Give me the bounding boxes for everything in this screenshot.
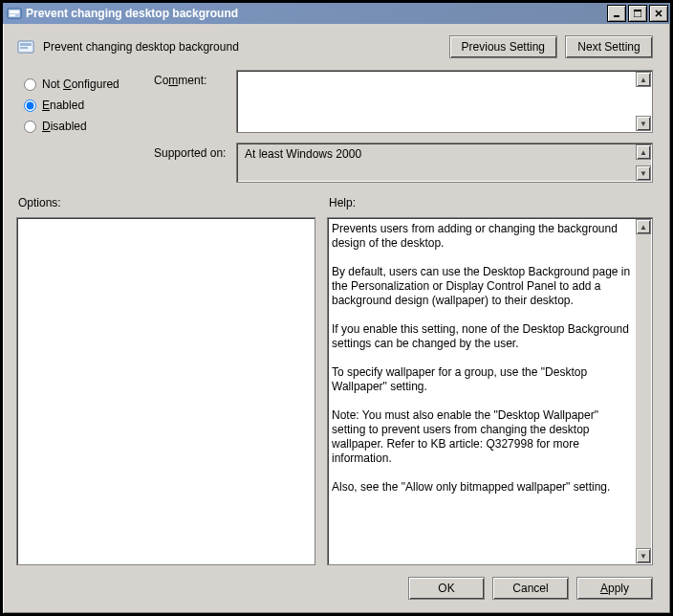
comment-scrollbar[interactable]: ▲ ▼ xyxy=(636,72,651,131)
next-setting-button[interactable]: Next Setting xyxy=(565,35,653,58)
panels: Options: Help: Prevents users from addin… xyxy=(5,183,668,565)
config-row: Not Configured Enabled Disabled Comment: xyxy=(5,66,668,183)
previous-setting-button[interactable]: Previous Setting xyxy=(449,35,557,58)
radio-not-configured[interactable]: Not Configured xyxy=(24,74,139,95)
scroll-down-icon[interactable]: ▼ xyxy=(636,116,651,131)
svg-rect-5 xyxy=(634,10,641,11)
svg-rect-2 xyxy=(10,14,15,16)
scroll-down-icon[interactable]: ▼ xyxy=(636,165,651,181)
policy-title: Prevent changing desktop background xyxy=(43,40,442,54)
fields: Comment: ▲ ▼ Supported on: At least Wind… xyxy=(154,70,653,183)
supported-on-value: At least Windows 2000 ▲ ▼ xyxy=(236,143,653,183)
comment-label: Comment: xyxy=(154,70,236,87)
maximize-button[interactable] xyxy=(628,5,647,22)
options-pane[interactable] xyxy=(16,217,315,565)
supported-on-label: Supported on: xyxy=(154,143,236,160)
scroll-up-icon[interactable]: ▲ xyxy=(636,144,651,160)
client-area: Prevent changing desktop background Prev… xyxy=(5,26,668,611)
scroll-up-icon[interactable]: ▲ xyxy=(636,72,651,87)
radio-enabled[interactable]: Enabled xyxy=(24,95,139,116)
comment-input[interactable]: ▲ ▼ xyxy=(236,70,653,133)
scroll-up-icon[interactable]: ▲ xyxy=(636,219,651,234)
help-scrollbar[interactable]: ▲ ▼ xyxy=(636,219,651,563)
svg-rect-1 xyxy=(10,11,19,13)
apply-button[interactable]: Apply xyxy=(576,577,653,600)
policy-icon xyxy=(16,37,35,56)
options-label: Options: xyxy=(16,196,315,217)
help-label: Help: xyxy=(327,196,653,217)
radio-disabled[interactable]: Disabled xyxy=(24,116,139,137)
minimize-button[interactable] xyxy=(607,5,626,22)
policy-header: Prevent changing desktop background Prev… xyxy=(5,26,668,66)
close-button[interactable] xyxy=(649,5,668,22)
titlebar[interactable]: Prevent changing desktop background xyxy=(3,3,670,24)
scroll-down-icon[interactable]: ▼ xyxy=(636,548,651,563)
svg-rect-10 xyxy=(20,47,28,49)
state-radios: Not Configured Enabled Disabled xyxy=(24,70,139,183)
window-controls xyxy=(605,5,668,22)
cancel-button[interactable]: Cancel xyxy=(492,577,569,600)
supported-scrollbar[interactable]: ▲ ▼ xyxy=(636,144,651,181)
help-pane[interactable]: Prevents users from adding or changing t… xyxy=(327,217,653,565)
ok-button[interactable]: OK xyxy=(408,577,485,600)
policy-app-icon xyxy=(7,6,22,21)
dialog-window: Prevent changing desktop background Prev… xyxy=(2,2,671,614)
svg-rect-9 xyxy=(20,43,32,46)
footer-buttons: OK Cancel Apply xyxy=(5,565,668,611)
help-text: Prevents users from adding or changing t… xyxy=(332,222,633,561)
window-title: Prevent changing desktop background xyxy=(26,7,605,20)
svg-rect-3 xyxy=(614,15,619,17)
